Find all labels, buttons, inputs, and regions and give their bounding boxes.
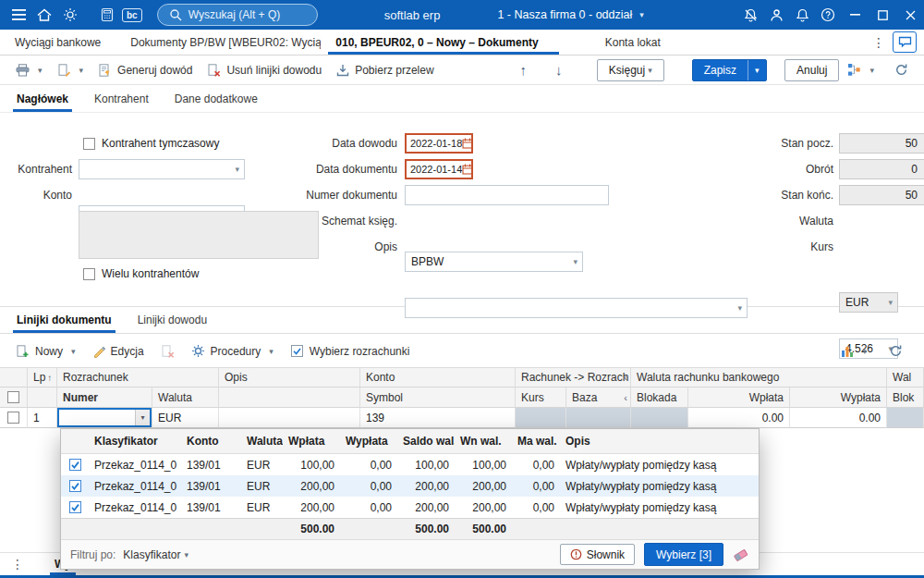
bc-badge-icon[interactable]: bc [122,8,142,22]
popup-row[interactable]: Przekaz_0114_0 139/01 EUR 200,00 0,00 20… [61,497,759,518]
tab-nowy-dokument[interactable]: 010, BPEUR02, 0 – Nowy – Dokumenty [321,30,565,55]
ksieguj-button[interactable]: Księguj [597,59,664,81]
edit-line-button[interactable]: Edycja [86,340,151,363]
col-blokada[interactable]: Blokada [631,387,688,408]
save-dropdown-icon[interactable] [748,60,766,80]
rozrachunek-numer-input[interactable] [59,410,135,425]
workflow-icon[interactable] [841,59,881,81]
procedures-button[interactable]: Procedury [185,340,280,363]
col-wplata[interactable]: Wpłata [688,387,790,408]
close-button[interactable] [896,0,924,30]
menu-icon[interactable] [6,0,31,30]
col-rachunek-rozrachunek[interactable]: Rachunek -> Rozrach [516,367,631,387]
col-numer[interactable]: Numer [57,387,152,408]
tab-dane-dodatkowe[interactable]: Dane dodatkowe [162,85,271,112]
bell-icon[interactable] [789,0,815,30]
col-wyplata[interactable]: Wypłata [790,387,887,408]
col-symbol[interactable]: Symbol [360,387,516,408]
refresh-icon[interactable] [888,59,915,81]
tab-kontrahent[interactable]: Kontrahent [81,85,162,112]
select-all-checkbox[interactable] [7,391,19,403]
popup-col-konto[interactable]: Konto [181,429,241,453]
maximize-button[interactable] [869,0,896,30]
col-blok[interactable]: Blok [887,387,924,408]
notifications-muted-icon[interactable] [737,0,763,30]
checkbox-checked-icon[interactable] [69,480,81,492]
save-button[interactable]: Zapisz [692,59,767,81]
settings-sun-icon[interactable] [57,0,83,30]
col-rozrachunek[interactable]: Rozrachunek [57,367,219,387]
column-chart-icon[interactable] [834,340,873,363]
checkbox-checked-icon[interactable] [69,501,81,513]
download-transfer-button[interactable]: Pobierz przelew [330,59,440,81]
schemat-combo[interactable]: BPBW [405,252,583,272]
data-dokumentu-input[interactable]: 2022-01-14 [405,159,473,179]
popup-row[interactable]: Przekaz_0114_0 139/01 EUR 200,00 0,00 20… [61,475,759,497]
col-opis[interactable]: Opis [219,367,360,387]
delete-voucher-lines-button[interactable]: Usuń linijki dowodu [201,59,328,81]
comments-bubble-icon[interactable] [893,31,917,53]
col-konto[interactable]: Konto [360,367,516,387]
col-baza[interactable]: Baza [566,387,631,408]
checkbox-checked-icon[interactable] [69,459,81,471]
minimize-button[interactable] [841,0,869,30]
eraser-icon[interactable] [733,547,749,562]
export-document-button[interactable] [51,59,91,81]
user-icon[interactable] [763,0,789,30]
calculator-icon[interactable] [94,0,120,30]
scroll-left-icon[interactable] [624,372,627,383]
cell-numer-edit[interactable] [57,408,152,428]
popup-col-waluta[interactable]: Waluta [241,429,283,453]
popup-col-wyplata[interactable]: Wypłata [340,429,397,453]
popup-col-saldo[interactable]: Saldo wal. [397,429,455,453]
refresh-lines-icon[interactable] [882,340,909,363]
scroll-left-icon[interactable] [624,392,627,403]
numer-dokumentu-input[interactable] [405,185,609,205]
print-button[interactable] [9,59,49,81]
popup-col-opis[interactable]: Opis [560,429,759,453]
popup-row[interactable]: Przekaz_0114_0 139/01 EUR 100,00 0,00 10… [61,454,759,475]
checkbox-unchecked-icon[interactable] [83,138,95,150]
kontrahent-combo[interactable] [79,159,245,179]
tab-linijki-dokumentu[interactable]: Linijki dokumentu [4,306,125,333]
generate-voucher-button[interactable]: Generuj dowód [91,59,199,81]
calendar-icon[interactable] [462,138,473,149]
new-line-button[interactable]: Nowy [9,340,82,363]
cancel-button[interactable]: Anuluj [784,59,839,81]
popup-col-wn[interactable]: Wn wal. [455,429,512,453]
move-up-icon[interactable]: ↑ [513,59,533,81]
bottom-kebab-icon[interactable] [9,557,26,572]
popup-col-klasyfikator[interactable]: Klasyfikator [89,429,181,453]
grid-data-row[interactable]: 1 EUR 139 0.00 0.00 [0,408,924,428]
dictionary-button[interactable]: Słownik [560,544,635,565]
company-selector[interactable]: 1 - Nasza firma 0 - oddział [497,8,643,21]
popup-col-ma[interactable]: Ma wal. [512,429,560,453]
multiple-contractors-checkbox[interactable]: Wielu kontrahentów [83,266,199,281]
tab-dokumenty-bpbw[interactable]: Dokumenty BP/BW [WBEUR02: Wyciąg [116,30,321,55]
data-dowodu-input[interactable]: 2022-01-18 [405,133,473,154]
tab-naglowek[interactable]: Nagłówek [4,85,81,112]
procedures-label: Procedury [211,345,261,358]
tab-konta-lokat[interactable]: Konta lokat [590,30,675,55]
tab-wyciagi-bankowe[interactable]: Wyciągi bankowe [0,30,116,55]
calendar-icon[interactable] [462,164,473,175]
checkbox-unchecked-icon[interactable] [83,268,95,280]
move-down-icon[interactable]: ↓ [548,59,568,81]
popup-col-wplata[interactable]: Wpłata [283,429,340,453]
search-input[interactable]: Wyszukaj (Alt + Q) [157,4,318,26]
col-wal[interactable]: Wal [887,367,924,387]
tab-overflow-kebab-icon[interactable] [870,35,887,50]
tab-linijki-dowodu[interactable]: Linijki dowodu [125,306,220,333]
select-button[interactable]: Wybierz [3] [644,543,723,566]
col-kurs[interactable]: Kurs [516,387,566,408]
col-lp[interactable]: Lp [28,367,57,387]
select-settlements-button[interactable]: Wybierz rozrachunki [284,340,417,363]
filter-field-dropdown[interactable]: Klasyfikator [123,548,188,561]
col-waluta[interactable]: Waluta [152,387,219,408]
row-checkbox[interactable] [7,412,19,424]
home-icon[interactable] [31,0,57,30]
temporary-contractor-checkbox[interactable]: Kontrahent tymczasowy [83,136,219,151]
col-waluta-rachunku[interactable]: Waluta rachunku bankowego [631,367,887,387]
help-icon[interactable] [815,0,841,30]
chevron-down-icon[interactable] [135,410,150,425]
